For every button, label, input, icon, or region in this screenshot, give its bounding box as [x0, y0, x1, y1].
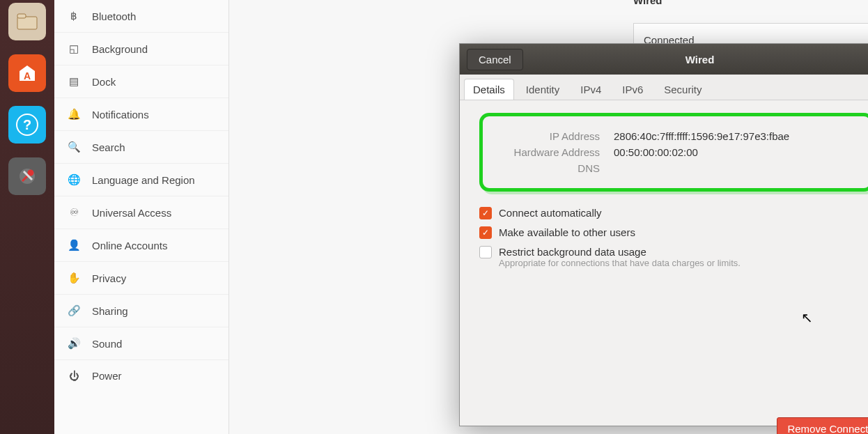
connect-automatically-label: Connect automatically: [499, 207, 602, 219]
tab-identity[interactable]: Identity: [517, 79, 568, 100]
cursor-icon: ↖: [801, 309, 813, 326]
wired-settings-dialog: Cancel Wired Apply Details Identity IPv4…: [459, 43, 868, 426]
available-other-users-label: Make available to other users: [499, 226, 635, 238]
sidebar-item-label: Online Accounts: [92, 240, 167, 251]
files-launcher-icon[interactable]: [8, 3, 46, 40]
tab-ipv6[interactable]: IPv6: [613, 79, 652, 100]
available-other-users-checkbox[interactable]: ✓: [479, 226, 492, 239]
privacy-icon: ✋: [67, 272, 81, 284]
background-icon: ◱: [67, 42, 81, 55]
bluetooth-icon: ฿: [67, 10, 81, 22]
sidebar-item-label: Sound: [92, 338, 122, 350]
svg-rect-0: [17, 17, 37, 29]
sidebar-item-background[interactable]: ◱Background: [54, 32, 228, 65]
tab-details[interactable]: Details: [464, 79, 514, 100]
notifications-icon: 🔔: [67, 108, 81, 121]
sidebar-item-dock[interactable]: ▤Dock: [54, 65, 228, 98]
dialog-tabs: Details Identity IPv4 IPv6 Security: [460, 75, 868, 100]
sidebar-item-online-accounts[interactable]: 👤Online Accounts: [54, 228, 228, 261]
cancel-button[interactable]: Cancel: [467, 49, 523, 70]
sidebar-item-label: Dock: [92, 76, 116, 88]
svg-rect-1: [17, 14, 26, 18]
sidebar-item-label: Power: [92, 370, 122, 382]
sharing-icon: 🔗: [67, 304, 81, 317]
ip-address-label: IP Address: [495, 130, 600, 142]
sidebar-item-privacy[interactable]: ✋Privacy: [54, 261, 228, 294]
launcher: A ?: [0, 0, 54, 434]
sidebar-item-region[interactable]: 🌐Language and Region: [54, 163, 228, 196]
dns-label: DNS: [495, 162, 600, 174]
restrict-background-data-checkbox[interactable]: [479, 246, 492, 258]
sidebar-item-bluetooth[interactable]: ฿Bluetooth: [54, 0, 228, 32]
tutorial-highlight-details-box: IP Address 2806:40c:7fff:ffff:1596:9e17:…: [479, 113, 868, 192]
sound-icon: 🔊: [67, 337, 81, 350]
sidebar-item-label: Privacy: [92, 272, 126, 284]
restrict-background-data-label: Restrict background data usage: [499, 246, 741, 258]
restrict-background-data-sublabel: Appropriate for connections that have da…: [499, 258, 741, 268]
sidebar-item-label: Search: [92, 141, 125, 153]
help-launcher-icon[interactable]: ?: [8, 106, 46, 144]
sidebar-item-label: Language and Region: [92, 174, 195, 186]
svg-point-6: [29, 171, 33, 175]
sidebar-item-search[interactable]: 🔍Search: [54, 130, 228, 163]
tab-security[interactable]: Security: [655, 79, 711, 100]
region-icon: 🌐: [67, 173, 81, 186]
tab-ipv4[interactable]: IPv4: [571, 79, 610, 100]
dock-icon: ▤: [67, 75, 81, 88]
checkbox-group: ✓ Connect automatically ✓ Make available…: [479, 207, 868, 268]
sidebar-item-sharing[interactable]: 🔗Sharing: [54, 294, 228, 327]
sidebar-item-universal-access[interactable]: ♾Universal Access: [54, 196, 228, 228]
dialog-body: IP Address 2806:40c:7fff:ffff:1596:9e17:…: [460, 100, 868, 434]
sidebar-item-label: Bluetooth: [92, 10, 136, 22]
sidebar-item-label: Universal Access: [92, 207, 171, 219]
universal-access-icon: ♾: [67, 206, 81, 219]
sidebar-item-sound[interactable]: 🔊Sound: [54, 327, 228, 359]
online-accounts-icon: 👤: [67, 239, 81, 251]
hardware-address-value: 00:50:00:00:02:00: [614, 146, 698, 158]
sidebar-item-label: Notifications: [92, 109, 149, 121]
search-icon: 🔍: [67, 141, 81, 153]
sidebar-item-label: Sharing: [92, 305, 128, 317]
svg-text:?: ?: [23, 117, 31, 132]
sidebar-item-notifications[interactable]: 🔔Notifications: [54, 98, 228, 130]
section-title: Wired: [633, 0, 662, 6]
remove-connection-profile-button[interactable]: Remove Connection Profile: [777, 417, 868, 434]
settings-launcher-icon[interactable]: [8, 157, 46, 195]
connect-automatically-checkbox[interactable]: ✓: [479, 207, 492, 219]
software-launcher-icon[interactable]: A: [8, 54, 46, 92]
sidebar-item-power[interactable]: ⏻Power: [54, 359, 228, 392]
dialog-title: Wired: [523, 54, 868, 65]
settings-sidebar: ฿Bluetooth ◱Background ▤Dock 🔔Notificati…: [54, 0, 229, 434]
sidebar-item-label: Background: [92, 43, 148, 55]
power-icon: ⏻: [67, 370, 81, 382]
dialog-header: Cancel Wired Apply: [460, 44, 868, 75]
ip-address-value: 2806:40c:7fff:ffff:1596:9e17:97e3:fbae: [614, 130, 789, 142]
hardware-address-label: Hardware Address: [495, 146, 600, 158]
main-content: Wired Connected ON ⚙ + ⚙ Activar W Activ…: [229, 0, 868, 434]
svg-text:A: A: [24, 70, 31, 82]
